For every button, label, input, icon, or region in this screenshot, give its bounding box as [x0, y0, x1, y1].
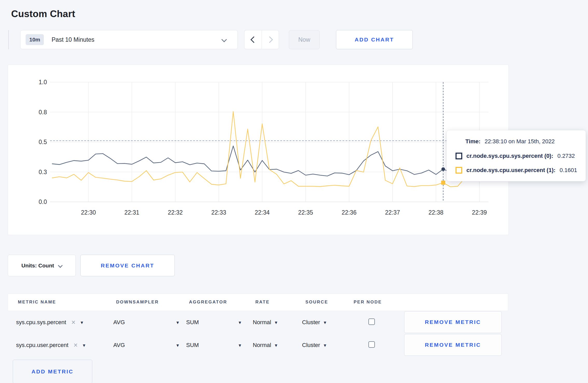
col-source: SOURCE: [305, 300, 328, 305]
now-button[interactable]: Now: [289, 30, 320, 49]
add-metric-button[interactable]: ADD METRIC: [13, 360, 92, 383]
remove-tag-icon[interactable]: ×: [74, 342, 78, 349]
caret-down-icon: ▾: [239, 320, 241, 325]
source-value: Cluster: [302, 319, 320, 326]
time-prev-button[interactable]: [244, 30, 262, 49]
caret-down-icon: ▾: [176, 343, 179, 348]
table-row: sys.cpu.user.percent × ▾ AVG ▾ SUM ▾ Nor…: [8, 334, 508, 356]
remove-metric-button[interactable]: REMOVE METRIC: [404, 311, 502, 333]
time-window-dropdown[interactable]: 10m Past 10 Minutes: [20, 30, 238, 49]
tooltip-series-sys-label: cr.node.sys.cpu.sys.percent (0):: [466, 153, 553, 159]
metric-name-select[interactable]: sys.cpu.sys.percent × ▾: [16, 311, 83, 334]
svg-text:22:32: 22:32: [168, 209, 183, 216]
chart-tooltip: Time: 22:38:10 on Mar 15th, 2022 cr.node…: [446, 130, 586, 181]
chevron-left-icon: [250, 36, 257, 43]
caret-down-icon: ▾: [81, 320, 83, 325]
caret-down-icon: ▾: [83, 343, 86, 348]
downsampler-value: AVG: [113, 342, 125, 349]
col-per-node: PER NODE: [354, 300, 382, 305]
downsampler-select[interactable]: AVG ▾: [113, 334, 179, 356]
svg-text:0.5: 0.5: [39, 139, 47, 145]
downsampler-select[interactable]: AVG ▾: [113, 311, 179, 334]
col-metric-name: METRIC NAME: [18, 300, 56, 305]
series-user-swatch-icon: [456, 167, 462, 174]
svg-text:1.0: 1.0: [39, 79, 47, 86]
svg-text:22:37: 22:37: [385, 209, 400, 216]
caret-down-icon: ▾: [324, 320, 326, 325]
col-downsampler: DOWNSAMPLER: [116, 300, 159, 305]
series-sys-swatch-icon: [456, 153, 462, 159]
svg-text:0.3: 0.3: [39, 169, 47, 175]
source-select[interactable]: Cluster ▾: [302, 334, 326, 356]
caret-down-icon: ▾: [275, 320, 277, 325]
tooltip-time-label: Time:: [465, 138, 480, 145]
tooltip-time-value: 22:38:10 on Mar 15th, 2022: [485, 138, 555, 145]
chevron-down-icon: [58, 263, 63, 268]
svg-text:22:36: 22:36: [342, 209, 357, 216]
svg-text:22:33: 22:33: [211, 209, 226, 216]
rate-select[interactable]: Normal ▾: [253, 311, 277, 334]
tooltip-series-user-label: cr.node.sys.cpu.user.percent (1):: [466, 167, 556, 174]
chart-panel[interactable]: 0.00.30.50.81.022:3022:3122:3222:3322:34…: [8, 65, 509, 235]
col-rate: RATE: [255, 300, 270, 305]
caret-down-icon: ▾: [324, 343, 326, 348]
rate-value: Normal: [253, 342, 271, 349]
units-dropdown[interactable]: Units: Count: [8, 255, 76, 276]
chevron-right-icon: [266, 36, 273, 43]
svg-text:22:31: 22:31: [124, 209, 139, 216]
svg-text:22:35: 22:35: [298, 209, 313, 216]
rate-select[interactable]: Normal ▾: [253, 334, 277, 356]
metric-name-select[interactable]: sys.cpu.user.percent × ▾: [16, 334, 85, 356]
time-window-label: Past 10 Minutes: [52, 36, 94, 43]
caret-down-icon: ▾: [275, 343, 277, 348]
aggregator-select[interactable]: SUM ▾: [186, 311, 241, 334]
time-window-badge: 10m: [26, 34, 44, 45]
add-chart-button[interactable]: ADD CHART: [336, 30, 413, 49]
units-label: Units: Count: [22, 263, 54, 269]
time-next-button[interactable]: [262, 30, 279, 49]
svg-text:22:30: 22:30: [81, 209, 96, 216]
source-select[interactable]: Cluster ▾: [302, 311, 326, 334]
remove-metric-button[interactable]: REMOVE METRIC: [404, 334, 502, 356]
toolbar-divider: [8, 30, 9, 49]
metric-name-value: sys.cpu.sys.percent: [16, 319, 66, 326]
rate-value: Normal: [253, 319, 271, 326]
tooltip-series-sys-value: 0.2732: [557, 153, 575, 159]
metric-name-value: sys.cpu.user.percent: [16, 342, 68, 349]
aggregator-select[interactable]: SUM ▾: [186, 334, 241, 356]
aggregator-value: SUM: [186, 342, 199, 349]
svg-text:0.8: 0.8: [39, 109, 47, 116]
per-node-checkbox[interactable]: [368, 341, 375, 348]
caret-down-icon: ▾: [176, 320, 179, 325]
remove-tag-icon[interactable]: ×: [71, 319, 75, 326]
aggregator-value: SUM: [186, 319, 199, 326]
downsampler-value: AVG: [113, 319, 125, 326]
tooltip-series-user-value: 0.1601: [560, 167, 577, 174]
caret-down-icon: ▾: [239, 343, 241, 348]
svg-text:22:38: 22:38: [429, 209, 444, 216]
svg-text:22:39: 22:39: [472, 209, 487, 216]
source-value: Cluster: [302, 342, 320, 349]
page-title: Custom Chart: [11, 9, 75, 19]
col-aggregator: AGGREGATOR: [189, 300, 227, 305]
timeseries-chart[interactable]: 0.00.30.50.81.022:3022:3122:3222:3322:34…: [8, 65, 508, 235]
remove-chart-button[interactable]: REMOVE CHART: [80, 255, 175, 276]
svg-text:22:34: 22:34: [255, 209, 270, 216]
table-row: sys.cpu.sys.percent × ▾ AVG ▾ SUM ▾ Norm…: [8, 311, 508, 334]
chevron-down-icon: [221, 37, 227, 42]
metrics-table-header: METRIC NAME DOWNSAMPLER AGGREGATOR RATE …: [8, 294, 508, 311]
per-node-checkbox[interactable]: [368, 318, 375, 325]
svg-text:0.0: 0.0: [39, 198, 47, 205]
